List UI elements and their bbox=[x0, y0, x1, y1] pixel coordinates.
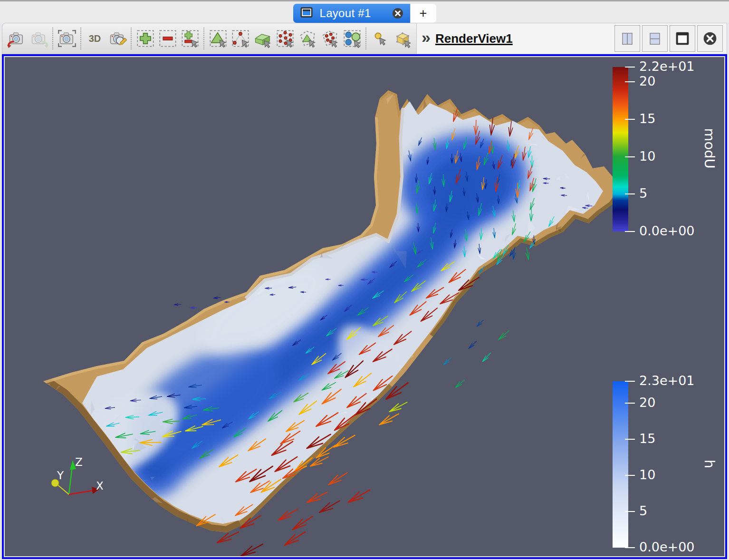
colorbar-tick bbox=[625, 67, 635, 68]
colorbar-tick bbox=[625, 119, 635, 120]
colorbar-tick bbox=[625, 511, 635, 512]
layout-tab-bar: Layout #1 + bbox=[0, 1, 729, 23]
camera-capture-icon bbox=[58, 29, 77, 48]
select-points-polygon-button[interactable] bbox=[318, 26, 341, 51]
zoom-to-box-button[interactable] bbox=[179, 26, 201, 51]
orientation-axes-widget[interactable]: ZYX bbox=[51, 456, 104, 494]
toggle-2d3d-button[interactable]: 3D bbox=[84, 26, 106, 51]
colorbar-tick-label: 5 bbox=[639, 186, 647, 201]
camera-selection-toolbar: 3D bbox=[2, 23, 417, 54]
render-view-frame: ZYX2.2e+0120151050.0e+00modU2.3e+0120151… bbox=[2, 54, 727, 559]
select-cells-through-button[interactable] bbox=[251, 26, 274, 51]
circles-magnifier-icon bbox=[343, 29, 362, 48]
select-cells-polygon-button[interactable] bbox=[296, 26, 318, 51]
box-minus-icon bbox=[158, 29, 177, 48]
box-plusminus-cursor-icon bbox=[181, 29, 200, 48]
points-cursor-icon bbox=[231, 29, 250, 48]
colorbar-tick-label: 2.3e+01 bbox=[639, 373, 695, 388]
split-horizontal-button[interactable] bbox=[614, 25, 640, 52]
axis-z-label: Z bbox=[75, 456, 83, 468]
dot-cursor-icon bbox=[371, 29, 390, 48]
toolbar-separator bbox=[365, 28, 366, 49]
colorbar-tick-label: 0.0e+00 bbox=[639, 223, 695, 238]
split-h-icon bbox=[618, 29, 637, 48]
layout-icon bbox=[299, 5, 314, 22]
zoom-in-button[interactable] bbox=[134, 26, 156, 51]
poly-points-cursor-icon bbox=[320, 29, 339, 48]
view-titlebar: » RenderView1 bbox=[417, 23, 727, 54]
camera-undo-icon bbox=[7, 29, 26, 48]
toolbar-overflow-chevrons[interactable]: » bbox=[422, 28, 431, 47]
split-v-icon bbox=[645, 29, 664, 48]
colorbar-tick-label: 10 bbox=[639, 149, 655, 164]
colorbar-h-ramp[interactable] bbox=[613, 381, 628, 548]
tri-cursor-icon bbox=[209, 29, 228, 48]
colorbar-tick bbox=[625, 475, 635, 476]
cube-cursor-icon bbox=[393, 29, 412, 48]
colorbar-tick-label: 10 bbox=[639, 467, 655, 482]
colorbar-title-h: h bbox=[701, 412, 718, 516]
zoom-out-button[interactable] bbox=[156, 26, 179, 51]
axis-x-label: X bbox=[96, 480, 104, 492]
colorbar-tick bbox=[625, 193, 635, 194]
new-tab-label: + bbox=[420, 6, 427, 21]
poly-tri-cursor-icon bbox=[298, 29, 317, 48]
tab-label: Layout #1 bbox=[320, 7, 371, 20]
view-layout-buttons bbox=[614, 25, 723, 52]
hover-cells-button[interactable] bbox=[391, 26, 413, 51]
box-plus-icon bbox=[136, 29, 155, 48]
hover-points-button[interactable] bbox=[369, 26, 391, 51]
colorbar-tick bbox=[625, 439, 635, 440]
toolbar-separator bbox=[131, 28, 132, 49]
colorbar-tick-label: 0.0e+00 bbox=[639, 540, 695, 554]
new-tab-button[interactable]: + bbox=[410, 4, 436, 23]
camera-redo-icon bbox=[29, 29, 48, 48]
colorbar-tick-label: 15 bbox=[639, 111, 655, 126]
camera-undo-button[interactable] bbox=[5, 26, 28, 51]
colorbar-tick-label: 5 bbox=[639, 503, 647, 518]
colorbar-tick bbox=[625, 403, 635, 404]
interactive-select-button[interactable] bbox=[341, 26, 363, 51]
colorbar-tick bbox=[625, 547, 635, 548]
colorbar-modU-ramp[interactable] bbox=[613, 67, 628, 232]
split-vertical-button[interactable] bbox=[642, 25, 668, 52]
close-view-icon bbox=[700, 29, 719, 48]
boxpoints-cursor-icon bbox=[276, 29, 295, 48]
colorbar-tick-label: 2.2e+01 bbox=[639, 59, 695, 74]
camera-edit-icon bbox=[108, 29, 127, 48]
maximize-icon bbox=[673, 29, 692, 48]
axis-y-label: Y bbox=[57, 469, 64, 482]
maximize-view-button[interactable] bbox=[670, 25, 695, 52]
render-view-title: RenderView1 bbox=[435, 31, 513, 46]
tab-close-icon[interactable] bbox=[392, 8, 403, 19]
colorbar-tick bbox=[625, 381, 635, 382]
capture-screenshot-button[interactable] bbox=[56, 26, 78, 51]
colorbar-tick bbox=[625, 231, 635, 232]
toolbar-separator bbox=[203, 28, 204, 49]
colorbar-title-modU: modU bbox=[701, 96, 718, 201]
colorbar-tick-label: 20 bbox=[639, 74, 655, 88]
colorbar-tick-label: 20 bbox=[639, 395, 655, 410]
close-view-button[interactable] bbox=[697, 25, 723, 52]
colorbar-tick bbox=[625, 156, 635, 157]
adjust-camera-button[interactable] bbox=[106, 26, 128, 51]
colorbar-tick-label: 15 bbox=[639, 431, 655, 446]
select-points-on-button[interactable] bbox=[229, 26, 251, 51]
toolbar-separator bbox=[52, 28, 53, 49]
prism-cursor-icon bbox=[253, 29, 272, 48]
colorbar-tick bbox=[625, 81, 635, 82]
render-toolbar: 3D » RenderView1 bbox=[2, 23, 727, 54]
3d-mode-label: 3D bbox=[89, 33, 101, 44]
select-cells-on-button[interactable] bbox=[207, 26, 229, 51]
select-points-through-button[interactable] bbox=[274, 26, 296, 51]
toolbar-separator bbox=[80, 28, 81, 49]
tab-layout-1[interactable]: Layout #1 bbox=[293, 4, 410, 23]
render-viewport[interactable]: ZYX2.2e+0120151050.0e+00modU2.3e+0120151… bbox=[5, 57, 724, 556]
camera-redo-button[interactable] bbox=[28, 26, 50, 51]
